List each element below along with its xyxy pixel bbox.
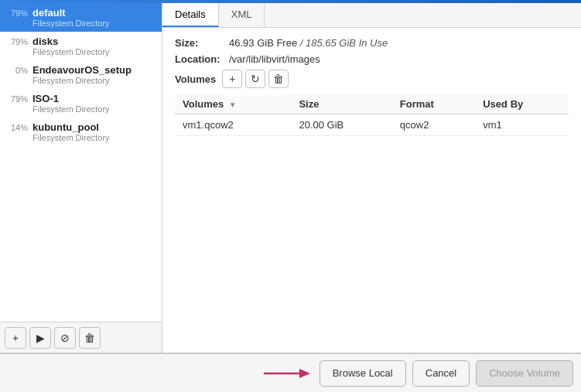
cancel-button[interactable]: Cancel — [412, 360, 470, 387]
sidebar: 79% default Filesystem Directory 79% dis… — [0, 3, 162, 353]
delete-pool-button[interactable]: 🗑 — [79, 327, 101, 349]
col-format: Format — [392, 94, 475, 114]
col-size: Size — [291, 94, 391, 114]
sidebar-item-subtitle: Filesystem Directory — [32, 104, 110, 114]
sidebar-item-percent: 14% — [6, 123, 28, 132]
sidebar-item-percent: 79% — [6, 9, 28, 18]
volumes-table: Volumes ▼ Size Format Used By vm1.qcow2 … — [175, 94, 569, 136]
size-in-use: / 185.65 GiB In Use — [297, 37, 388, 49]
location-label: Location: — [175, 53, 229, 65]
sidebar-item-subtitle: Filesystem Directory — [32, 133, 110, 142]
sidebar-item-name: kubuntu_pool — [32, 121, 110, 133]
size-value: 46.93 GiB Free / 185.65 GiB In Use — [229, 37, 388, 49]
add-pool-button[interactable]: + — [5, 327, 26, 349]
sidebar-item-disks[interactable]: 79% disks Filesystem Directory — [0, 32, 162, 60]
svg-marker-1 — [299, 369, 310, 378]
right-panel: Details XML Size: 46.93 GiB Free / 185.6… — [162, 3, 581, 353]
sidebar-item-info: default Filesystem Directory — [32, 7, 110, 28]
sidebar-item-info: disks Filesystem Directory — [32, 36, 110, 56]
details-content: Size: 46.93 GiB Free / 185.65 GiB In Use… — [162, 28, 581, 353]
sidebar-item-iso-1[interactable]: 79% ISO-1 Filesystem Directory — [0, 89, 162, 118]
sidebar-item-info: EndeavourOS_setup Filesystem Directory — [32, 64, 132, 85]
sidebar-item-name: disks — [32, 36, 110, 47]
sidebar-item-subtitle: Filesystem Directory — [32, 76, 132, 85]
sidebar-item-subtitle: Filesystem Directory — [32, 19, 110, 28]
tab-xml[interactable]: XML — [219, 3, 265, 27]
sidebar-item-percent: 79% — [6, 37, 28, 46]
cell-format: qcow2 — [392, 114, 475, 136]
location-value: /var/lib/libvirt/images — [229, 53, 320, 65]
sidebar-item-percent: 0% — [6, 66, 28, 75]
tab-details[interactable]: Details — [162, 3, 219, 27]
add-volume-button[interactable]: + — [222, 70, 242, 88]
table-row[interactable]: vm1.qcow2 20.00 GiB qcow2 vm1 — [175, 114, 569, 136]
cell-volumes: vm1.qcow2 — [175, 114, 291, 136]
size-label: Size: — [175, 37, 229, 49]
sidebar-toolbar: + ▶ ⊘ 🗑 — [0, 322, 162, 353]
col-volumes[interactable]: Volumes ▼ — [175, 94, 291, 114]
browse-local-button[interactable]: Browse Local — [320, 360, 406, 387]
col-used-by: Used By — [475, 94, 569, 114]
volumes-toolbar: + ↻ 🗑 — [222, 70, 289, 88]
refresh-volume-button[interactable]: ↻ — [245, 70, 265, 88]
tabs-bar: Details XML — [162, 3, 581, 28]
sidebar-item-info: kubuntu_pool Filesystem Directory — [32, 121, 110, 142]
start-pool-button[interactable]: ▶ — [29, 327, 51, 349]
sidebar-item-info: ISO-1 Filesystem Directory — [32, 93, 110, 114]
size-row: Size: 46.93 GiB Free / 185.65 GiB In Use — [175, 37, 569, 49]
stop-pool-button[interactable]: ⊘ — [54, 327, 76, 349]
sidebar-item-name: default — [32, 7, 110, 19]
bottom-action-bar: Browse Local Cancel Choose Volume — [0, 353, 581, 392]
arrow-indicator — [264, 366, 310, 381]
location-row: Location: /var/lib/libvirt/images — [175, 53, 569, 65]
sidebar-item-default[interactable]: 79% default Filesystem Directory — [0, 3, 162, 32]
cell-size: 20.00 GiB — [291, 114, 391, 136]
cell-used-by: vm1 — [475, 114, 569, 136]
sidebar-item-subtitle: Filesystem Directory — [32, 47, 110, 56]
sort-arrow-icon: ▼ — [229, 101, 237, 109]
sidebar-item-endeavouros_setup[interactable]: 0% EndeavourOS_setup Filesystem Director… — [0, 60, 162, 89]
delete-volume-button[interactable]: 🗑 — [268, 70, 289, 88]
main-container: 79% default Filesystem Directory 79% dis… — [0, 3, 581, 353]
sidebar-item-percent: 79% — [6, 94, 28, 104]
sidebar-item-name: ISO-1 — [32, 93, 110, 104]
volumes-header: Volumes + ↻ 🗑 — [175, 70, 569, 88]
table-header-row: Volumes ▼ Size Format Used By — [175, 94, 569, 114]
volumes-label: Volumes — [175, 73, 216, 85]
sidebar-item-kubuntu_pool[interactable]: 14% kubuntu_pool Filesystem Directory — [0, 118, 162, 146]
choose-volume-button: Choose Volume — [476, 360, 573, 387]
sidebar-item-name: EndeavourOS_setup — [32, 64, 132, 76]
